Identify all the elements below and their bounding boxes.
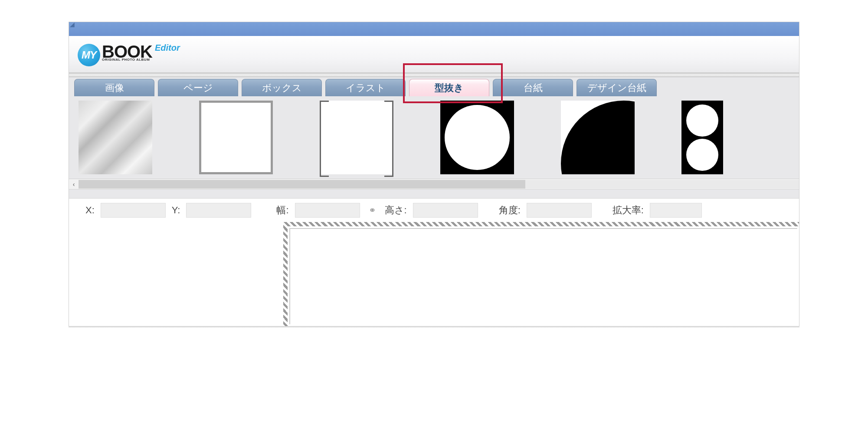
- header: MY BOOK Editor ORIGINAL PHOTO ALBUM: [69, 36, 799, 73]
- y-label: Y:: [172, 205, 180, 216]
- thumbnail-circle-mask[interactable]: [440, 101, 514, 174]
- scroll-left-button[interactable]: ‹: [69, 179, 79, 189]
- angle-label: 角度:: [499, 204, 521, 217]
- tab-label: ページ: [183, 82, 213, 95]
- thumbnail-curve-mask[interactable]: [561, 101, 635, 174]
- app-window: ◢ MY BOOK Editor ORIGINAL PHOTO ALBUM 画像…: [69, 22, 799, 326]
- thumbnails-row: [69, 96, 799, 179]
- tab-label: デザイン台紙: [587, 82, 646, 95]
- logo-subtext: ORIGINAL PHOTO ALBUM: [102, 58, 180, 62]
- tab-box[interactable]: ボックス: [242, 79, 322, 96]
- height-input[interactable]: [413, 203, 478, 218]
- tab-label: 画像: [105, 82, 124, 95]
- tab-label: イラスト: [346, 82, 386, 95]
- properties-bar: X: Y: 幅: ⚭ 高さ: 角度: 拡大率:: [69, 199, 799, 222]
- scroll-track[interactable]: [79, 180, 799, 189]
- section-gap: [69, 189, 799, 199]
- tab-image[interactable]: 画像: [74, 79, 154, 96]
- y-input[interactable]: [186, 203, 251, 218]
- width-label: 幅:: [276, 204, 288, 217]
- canvas-area[interactable]: [69, 222, 799, 326]
- scroll-thumb[interactable]: [79, 180, 525, 189]
- titlebar-corner-icon: ◢: [70, 21, 75, 28]
- thumbnail-two-circles-mask[interactable]: [681, 101, 723, 174]
- tab-backing[interactable]: 台紙: [493, 79, 573, 96]
- tab-label: ボックス: [262, 82, 302, 95]
- height-label: 高さ:: [385, 204, 407, 217]
- scale-input[interactable]: [650, 203, 702, 218]
- scale-label: 拡大率:: [613, 204, 644, 217]
- window-titlebar: ◢: [69, 22, 799, 36]
- canvas-page-inner: [289, 228, 797, 324]
- x-input[interactable]: [101, 203, 166, 218]
- tabs-row: 画像 ページ ボックス イラスト 型抜き 台紙 デザイン台紙: [69, 77, 799, 96]
- x-label: X:: [85, 205, 95, 216]
- angle-input[interactable]: [527, 203, 592, 218]
- header-separator: [69, 73, 799, 77]
- width-input[interactable]: [295, 203, 360, 218]
- logo-editor-text: Editor: [155, 43, 180, 53]
- logo-my-badge: MY: [78, 44, 100, 66]
- tab-illustration[interactable]: イラスト: [325, 79, 406, 96]
- link-icon[interactable]: ⚭: [366, 205, 379, 215]
- tab-diecut[interactable]: 型抜き: [409, 79, 489, 96]
- thumbnail-scrollbar: ‹: [69, 179, 799, 189]
- thumbnail-bracket-frame[interactable]: [320, 101, 393, 174]
- thumbnail-square-frame[interactable]: [199, 101, 273, 174]
- tab-page[interactable]: ページ: [158, 79, 238, 96]
- thumbnail-cloud-texture[interactable]: [79, 101, 152, 174]
- app-logo: MY BOOK Editor ORIGINAL PHOTO ALBUM: [78, 44, 790, 66]
- circle-shape: [686, 139, 718, 171]
- bottom-shadow: [69, 326, 799, 328]
- tab-label: 型抜き: [435, 82, 464, 95]
- tab-design-backing[interactable]: デザイン台紙: [576, 79, 657, 96]
- canvas-page[interactable]: [283, 222, 799, 326]
- tab-label: 台紙: [524, 82, 543, 95]
- logo-book-text: BOOK: [102, 44, 152, 59]
- circle-shape: [686, 104, 718, 137]
